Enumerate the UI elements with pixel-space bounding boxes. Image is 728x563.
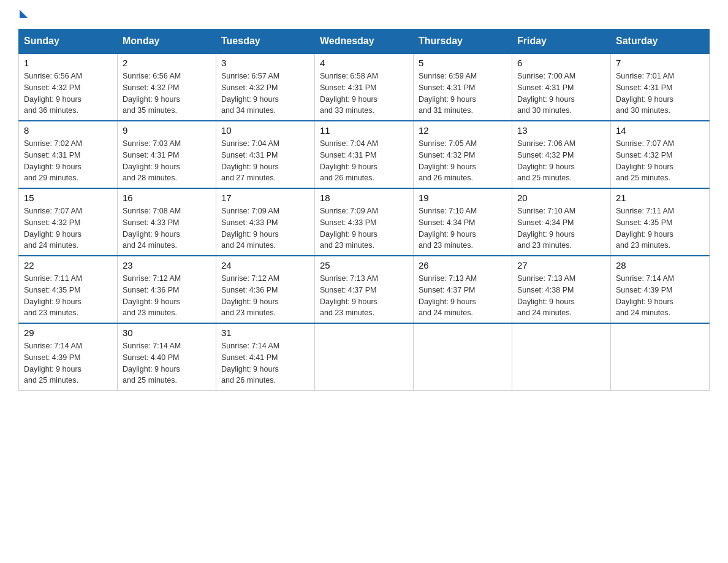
day-info: Sunrise: 7:11 AMSunset: 4:35 PMDaylight:… bbox=[616, 207, 674, 250]
day-info: Sunrise: 7:00 AMSunset: 4:31 PMDaylight:… bbox=[517, 72, 575, 115]
day-info: Sunrise: 7:13 AMSunset: 4:37 PMDaylight:… bbox=[419, 274, 477, 317]
weekday-header-friday: Friday bbox=[512, 29, 611, 54]
calendar-cell: 28 Sunrise: 7:14 AMSunset: 4:39 PMDaylig… bbox=[611, 256, 710, 323]
day-number: 3 bbox=[221, 58, 309, 68]
calendar-cell: 10 Sunrise: 7:04 AMSunset: 4:31 PMDaylig… bbox=[216, 121, 315, 188]
day-info: Sunrise: 7:14 AMSunset: 4:40 PMDaylight:… bbox=[123, 342, 181, 385]
day-number: 17 bbox=[221, 193, 309, 203]
weekday-header-monday: Monday bbox=[118, 29, 216, 54]
calendar-cell: 26 Sunrise: 7:13 AMSunset: 4:37 PMDaylig… bbox=[414, 256, 512, 323]
day-info: Sunrise: 7:14 AMSunset: 4:39 PMDaylight:… bbox=[24, 342, 82, 385]
calendar-cell: 11 Sunrise: 7:04 AMSunset: 4:31 PMDaylig… bbox=[315, 121, 414, 188]
day-number: 29 bbox=[24, 327, 112, 338]
day-info: Sunrise: 7:09 AMSunset: 4:33 PMDaylight:… bbox=[320, 207, 378, 250]
calendar-cell: 13 Sunrise: 7:06 AMSunset: 4:32 PMDaylig… bbox=[512, 121, 611, 188]
weekday-header-thursday: Thursday bbox=[414, 29, 512, 54]
calendar-cell: 23 Sunrise: 7:12 AMSunset: 4:36 PMDaylig… bbox=[118, 256, 216, 323]
day-info: Sunrise: 7:11 AMSunset: 4:35 PMDaylight:… bbox=[24, 274, 82, 317]
day-info: Sunrise: 6:57 AMSunset: 4:32 PMDaylight:… bbox=[221, 72, 279, 115]
day-info: Sunrise: 7:06 AMSunset: 4:32 PMDaylight:… bbox=[517, 139, 575, 182]
calendar-cell: 14 Sunrise: 7:07 AMSunset: 4:32 PMDaylig… bbox=[611, 121, 710, 188]
day-number: 7 bbox=[616, 58, 704, 68]
weekday-header-row: SundayMondayTuesdayWednesdayThursdayFrid… bbox=[19, 29, 710, 54]
day-number: 28 bbox=[616, 260, 704, 270]
day-info: Sunrise: 7:13 AMSunset: 4:37 PMDaylight:… bbox=[320, 274, 378, 317]
day-info: Sunrise: 7:13 AMSunset: 4:38 PMDaylight:… bbox=[517, 274, 575, 317]
day-number: 18 bbox=[320, 193, 408, 203]
calendar-cell bbox=[414, 323, 512, 391]
day-number: 10 bbox=[221, 125, 309, 136]
day-number: 8 bbox=[24, 125, 112, 136]
day-number: 31 bbox=[221, 327, 309, 338]
day-number: 22 bbox=[24, 260, 112, 270]
calendar-cell: 8 Sunrise: 7:02 AMSunset: 4:31 PMDayligh… bbox=[19, 121, 118, 188]
calendar-cell: 24 Sunrise: 7:12 AMSunset: 4:36 PMDaylig… bbox=[216, 256, 315, 323]
day-number: 23 bbox=[123, 260, 211, 270]
day-number: 5 bbox=[419, 58, 507, 68]
day-number: 14 bbox=[616, 125, 704, 136]
day-info: Sunrise: 6:59 AMSunset: 4:31 PMDaylight:… bbox=[419, 72, 477, 115]
calendar-cell: 18 Sunrise: 7:09 AMSunset: 4:33 PMDaylig… bbox=[315, 188, 414, 256]
calendar-cell: 12 Sunrise: 7:05 AMSunset: 4:32 PMDaylig… bbox=[414, 121, 512, 188]
page-header bbox=[18, 12, 710, 18]
day-number: 20 bbox=[517, 193, 605, 203]
calendar-cell bbox=[315, 323, 414, 391]
day-number: 15 bbox=[24, 193, 112, 203]
day-info: Sunrise: 7:10 AMSunset: 4:34 PMDaylight:… bbox=[517, 207, 575, 250]
calendar-cell: 4 Sunrise: 6:58 AMSunset: 4:31 PMDayligh… bbox=[315, 53, 414, 121]
calendar-cell: 3 Sunrise: 6:57 AMSunset: 4:32 PMDayligh… bbox=[216, 53, 315, 121]
calendar-cell: 22 Sunrise: 7:11 AMSunset: 4:35 PMDaylig… bbox=[19, 256, 118, 323]
day-info: Sunrise: 7:04 AMSunset: 4:31 PMDaylight:… bbox=[221, 139, 279, 182]
day-number: 30 bbox=[123, 327, 211, 338]
day-number: 6 bbox=[517, 58, 605, 68]
day-number: 25 bbox=[320, 260, 408, 270]
day-info: Sunrise: 6:58 AMSunset: 4:31 PMDaylight:… bbox=[320, 72, 378, 115]
day-number: 9 bbox=[123, 125, 211, 136]
calendar-cell: 27 Sunrise: 7:13 AMSunset: 4:38 PMDaylig… bbox=[512, 256, 611, 323]
day-info: Sunrise: 7:05 AMSunset: 4:32 PMDaylight:… bbox=[419, 139, 477, 182]
day-number: 2 bbox=[123, 58, 211, 68]
day-info: Sunrise: 6:56 AMSunset: 4:32 PMDaylight:… bbox=[24, 72, 82, 115]
day-info: Sunrise: 7:03 AMSunset: 4:31 PMDaylight:… bbox=[123, 139, 181, 182]
calendar-cell: 9 Sunrise: 7:03 AMSunset: 4:31 PMDayligh… bbox=[118, 121, 216, 188]
day-number: 27 bbox=[517, 260, 605, 270]
calendar-cell: 7 Sunrise: 7:01 AMSunset: 4:31 PMDayligh… bbox=[611, 53, 710, 121]
day-info: Sunrise: 7:09 AMSunset: 4:33 PMDaylight:… bbox=[221, 207, 279, 250]
calendar-week-row: 22 Sunrise: 7:11 AMSunset: 4:35 PMDaylig… bbox=[19, 256, 710, 323]
calendar-week-row: 8 Sunrise: 7:02 AMSunset: 4:31 PMDayligh… bbox=[19, 121, 710, 188]
day-number: 24 bbox=[221, 260, 309, 270]
calendar-cell: 20 Sunrise: 7:10 AMSunset: 4:34 PMDaylig… bbox=[512, 188, 611, 256]
day-number: 19 bbox=[419, 193, 507, 203]
day-info: Sunrise: 7:12 AMSunset: 4:36 PMDaylight:… bbox=[123, 274, 181, 317]
calendar-cell bbox=[512, 323, 611, 391]
calendar-week-row: 29 Sunrise: 7:14 AMSunset: 4:39 PMDaylig… bbox=[19, 323, 710, 391]
logo-arrow-icon bbox=[20, 10, 28, 18]
calendar-cell: 25 Sunrise: 7:13 AMSunset: 4:37 PMDaylig… bbox=[315, 256, 414, 323]
calendar-cell bbox=[611, 323, 710, 391]
day-number: 21 bbox=[616, 193, 704, 203]
calendar-cell: 2 Sunrise: 6:56 AMSunset: 4:32 PMDayligh… bbox=[118, 53, 216, 121]
calendar-cell: 15 Sunrise: 7:07 AMSunset: 4:32 PMDaylig… bbox=[19, 188, 118, 256]
day-info: Sunrise: 7:07 AMSunset: 4:32 PMDaylight:… bbox=[24, 207, 82, 250]
day-number: 16 bbox=[123, 193, 211, 203]
calendar-cell: 19 Sunrise: 7:10 AMSunset: 4:34 PMDaylig… bbox=[414, 188, 512, 256]
day-info: Sunrise: 7:14 AMSunset: 4:41 PMDaylight:… bbox=[221, 342, 279, 385]
day-info: Sunrise: 7:10 AMSunset: 4:34 PMDaylight:… bbox=[419, 207, 477, 250]
day-number: 11 bbox=[320, 125, 408, 136]
calendar-cell: 21 Sunrise: 7:11 AMSunset: 4:35 PMDaylig… bbox=[611, 188, 710, 256]
day-number: 12 bbox=[419, 125, 507, 136]
day-info: Sunrise: 7:01 AMSunset: 4:31 PMDaylight:… bbox=[616, 72, 674, 115]
calendar-week-row: 15 Sunrise: 7:07 AMSunset: 4:32 PMDaylig… bbox=[19, 188, 710, 256]
weekday-header-tuesday: Tuesday bbox=[216, 29, 315, 54]
calendar-table: SundayMondayTuesdayWednesdayThursdayFrid… bbox=[18, 29, 710, 391]
day-info: Sunrise: 7:02 AMSunset: 4:31 PMDaylight:… bbox=[24, 139, 82, 182]
day-info: Sunrise: 7:08 AMSunset: 4:33 PMDaylight:… bbox=[123, 207, 181, 250]
weekday-header-sunday: Sunday bbox=[19, 29, 118, 54]
day-number: 26 bbox=[419, 260, 507, 270]
day-number: 4 bbox=[320, 58, 408, 68]
day-info: Sunrise: 6:56 AMSunset: 4:32 PMDaylight:… bbox=[123, 72, 181, 115]
calendar-cell: 1 Sunrise: 6:56 AMSunset: 4:32 PMDayligh… bbox=[19, 53, 118, 121]
calendar-cell: 17 Sunrise: 7:09 AMSunset: 4:33 PMDaylig… bbox=[216, 188, 315, 256]
calendar-cell: 31 Sunrise: 7:14 AMSunset: 4:41 PMDaylig… bbox=[216, 323, 315, 391]
calendar-cell: 16 Sunrise: 7:08 AMSunset: 4:33 PMDaylig… bbox=[118, 188, 216, 256]
